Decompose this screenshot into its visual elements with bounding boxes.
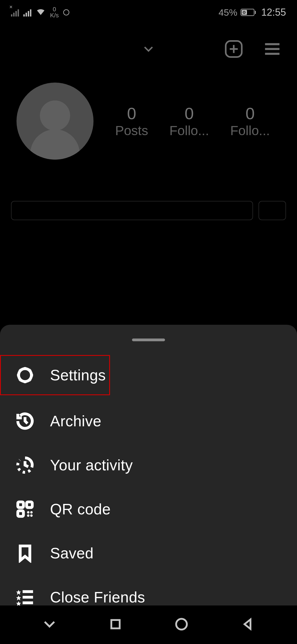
stat-count: 0: [115, 104, 148, 123]
profile-header: [0, 25, 297, 74]
menu-label: Saved: [50, 544, 94, 562]
svg-rect-23: [111, 620, 120, 628]
menu-label: QR code: [50, 500, 111, 518]
svg-rect-9: [27, 502, 32, 507]
edit-profile-button[interactable]: [11, 201, 253, 220]
username-dropdown[interactable]: [143, 43, 154, 56]
menu-label: Your activity: [50, 456, 133, 474]
menu-label: Close Friends: [50, 588, 145, 606]
nav-hide-keyboard-button[interactable]: [42, 617, 57, 632]
archive-icon: [15, 411, 35, 431]
menu-label: Archive: [50, 412, 101, 430]
stat-following[interactable]: 0 Follo...: [230, 104, 270, 138]
stat-label: Posts: [115, 123, 148, 138]
profile-stats-row: 0 Posts 0 Follo... 0 Follo...: [0, 74, 297, 176]
status-bar: 0 K/s 45% ❂ 12:55: [0, 0, 297, 25]
sheet-drag-handle[interactable]: [132, 339, 165, 341]
menu-item-your-activity[interactable]: Your activity: [0, 443, 297, 487]
stat-label: Follo...: [230, 123, 270, 138]
nav-back-button[interactable]: [240, 617, 255, 632]
menu-item-archive[interactable]: Archive: [0, 399, 297, 443]
svg-rect-10: [18, 511, 23, 516]
svg-marker-25: [244, 620, 251, 629]
svg-point-11: [27, 511, 29, 514]
nav-home-button[interactable]: [174, 617, 189, 632]
indicator-icon: [63, 9, 69, 15]
activity-icon: [15, 455, 35, 475]
svg-marker-18: [16, 590, 21, 595]
system-nav-bar: [0, 605, 297, 644]
bookmark-icon: [15, 544, 35, 563]
svg-point-7: [23, 373, 28, 378]
profile-action-row: [0, 176, 297, 220]
menu-bottom-sheet: Settings Archive Your activity QR code S…: [0, 325, 297, 605]
nav-recents-button[interactable]: [108, 617, 123, 632]
gear-icon: [15, 365, 35, 385]
profile-page-background: 0 Posts 0 Follo... 0 Follo...: [0, 25, 297, 220]
stat-label: Follo...: [169, 123, 209, 138]
menu-item-qr-code[interactable]: QR code: [0, 487, 297, 531]
svg-point-13: [27, 514, 29, 517]
qr-code-icon: [15, 500, 35, 519]
battery-pct: 45%: [219, 7, 237, 18]
signal-icon: [23, 8, 31, 17]
avatar[interactable]: [16, 83, 94, 160]
menu-item-saved[interactable]: Saved: [0, 531, 297, 575]
svg-point-24: [176, 619, 187, 630]
close-friends-icon: [15, 588, 35, 607]
status-left: 0 K/s: [11, 6, 69, 18]
wifi-icon: [36, 6, 46, 18]
status-right: 45% ❂ 12:55: [219, 7, 286, 18]
speed-unit: K/s: [50, 12, 59, 18]
create-button[interactable]: [224, 39, 243, 60]
battery-icon: ❂: [241, 9, 256, 16]
stat-count: 0: [169, 104, 209, 123]
discover-people-button[interactable]: [258, 201, 286, 220]
svg-point-14: [30, 514, 33, 517]
speed-value: 0: [53, 6, 56, 12]
menu-label: Settings: [50, 366, 106, 384]
stat-followers[interactable]: 0 Follo...: [169, 104, 209, 138]
svg-marker-19: [16, 596, 21, 601]
signal-no-sim-icon: [11, 8, 19, 17]
stat-posts[interactable]: 0 Posts: [115, 104, 148, 138]
clock: 12:55: [261, 7, 286, 18]
stat-count: 0: [230, 104, 270, 123]
hamburger-menu-button[interactable]: [263, 39, 282, 60]
network-speed: 0 K/s: [50, 6, 59, 18]
menu-item-settings[interactable]: Settings: [0, 355, 110, 395]
svg-point-12: [30, 511, 33, 514]
svg-rect-8: [18, 502, 23, 507]
